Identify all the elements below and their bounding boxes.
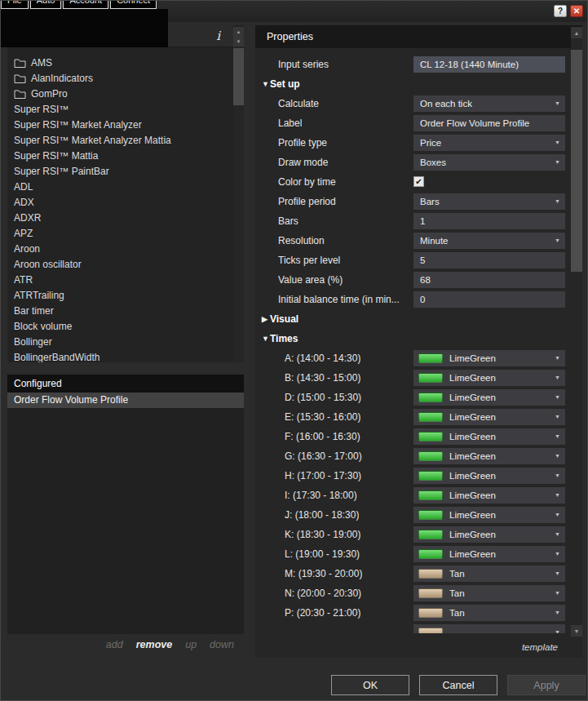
indicator-list-item[interactable]: BollingerBandWidth: [7, 349, 233, 362]
chevron-down-icon: ▼: [555, 566, 560, 582]
indicator-list-scrollbar[interactable]: ▲ ▼: [233, 27, 244, 362]
color-dropdown-a-14-00-14-30[interactable]: LimeGreen▼: [413, 350, 565, 366]
configured-item[interactable]: Order Flow Volume Profile: [7, 393, 244, 408]
color-name: Tan: [449, 585, 465, 601]
help-button[interactable]: ?: [554, 5, 567, 17]
scroll-up-button[interactable]: ▲: [571, 27, 582, 38]
indicator-list-item[interactable]: ADX: [7, 194, 233, 210]
property-row-value-area: Value area (%)68: [255, 270, 569, 290]
chevron-down-icon: ▼: [555, 193, 560, 210]
property-row-d-15-00-15-30: D: (15:00 - 15:30)LimeGreen▼: [255, 388, 569, 407]
dropdown-resolution[interactable]: Minute▼: [413, 233, 565, 249]
group-row-visual[interactable]: ▶Visual: [255, 309, 569, 329]
dropdown-draw-mode[interactable]: Boxes▼: [413, 154, 565, 171]
field-input-series[interactable]: CL 12-18 (1440 Minute): [413, 56, 565, 73]
color-swatch: [418, 451, 443, 461]
info-icon[interactable]: i: [216, 29, 220, 43]
dropdown-value: Boxes: [420, 154, 446, 171]
color-dropdown-f-16-00-16-30[interactable]: LimeGreen▼: [413, 428, 565, 445]
color-dropdown-h-17-00-17-30[interactable]: LimeGreen▼: [413, 468, 565, 484]
indicator-list-item[interactable]: AMS: [7, 55, 233, 70]
chevron-down-icon: ▼: [555, 370, 560, 386]
indicator-list-item[interactable]: GomPro: [7, 86, 233, 101]
scroll-down-button[interactable]: ▼: [233, 37, 244, 47]
checkbox-color-by-time[interactable]: ✔: [413, 176, 424, 187]
properties-title: Properties: [255, 25, 582, 48]
indicator-label: AMS: [31, 57, 52, 69]
indicator-list-panel: i AMSAlanIndicatorsGomProSuper RSI™Super…: [7, 25, 244, 362]
property-label: Calculate: [255, 98, 319, 109]
indicator-list-item[interactable]: ADXR: [7, 210, 233, 225]
menu-tab-file[interactable]: File: [1, 1, 29, 9]
indicator-label: Super RSI™ PaintBar: [14, 166, 109, 177]
indicator-list-item[interactable]: AlanIndicators: [7, 70, 233, 86]
remove-button[interactable]: remove: [136, 639, 172, 650]
menu-tab-connect[interactable]: Connect: [110, 1, 157, 9]
close-button[interactable]: ✕: [570, 5, 583, 17]
add-button: add: [106, 639, 123, 650]
dropdown-profile-period[interactable]: Bars▼: [413, 193, 565, 210]
input-bars[interactable]: 1: [413, 213, 565, 229]
indicator-list-item[interactable]: Super RSI™ Market Analyzer: [7, 117, 233, 132]
color-dropdown-k-18-30-19-00[interactable]: LimeGreen▼: [413, 526, 565, 543]
indicator-label: Super RSI™: [14, 104, 69, 115]
group-row-times[interactable]: ▼Times: [255, 329, 569, 348]
indicator-label: ADL: [14, 181, 33, 193]
property-row-f-16-00-16-30: F: (16:00 - 16:30)LimeGreen▼: [255, 427, 569, 446]
color-dropdown-g-16-30-17-00[interactable]: LimeGreen▼: [413, 448, 565, 464]
ok-button[interactable]: OK: [331, 675, 409, 695]
property-label: Profile period: [255, 196, 336, 207]
color-dropdown-l-19-00-19-30[interactable]: LimeGreen▼: [413, 546, 565, 562]
color-dropdown-d-15-00-15-30[interactable]: LimeGreen▼: [413, 389, 565, 406]
group-row-set-up[interactable]: ▼Set up: [255, 74, 569, 94]
color-name: Tan: [449, 605, 465, 621]
color-dropdown-m-19-30-20-00[interactable]: Tan▼: [413, 566, 565, 582]
color-dropdown-b-14-30-15-00[interactable]: LimeGreen▼: [413, 370, 565, 386]
dropdown-profile-type[interactable]: Price▼: [413, 135, 565, 151]
color-name: LimeGreen: [449, 487, 496, 504]
color-swatch: [418, 569, 443, 579]
indicator-list-item[interactable]: Super RSI™ Market Analyzer Mattia: [7, 132, 233, 148]
chevron-down-icon: ▼: [555, 95, 560, 112]
color-dropdown-i-17-30-18-00[interactable]: LimeGreen▼: [413, 487, 565, 504]
indicator-list-item[interactable]: Bar timer: [7, 303, 233, 318]
indicator-list-item[interactable]: Super RSI™ PaintBar: [7, 163, 233, 179]
dropdown-calculate[interactable]: On each tick▼: [413, 95, 565, 112]
indicator-list-item[interactable]: ADL: [7, 179, 233, 194]
indicator-list-item[interactable]: Super RSI™: [7, 101, 233, 117]
scroll-up-button[interactable]: ▲: [233, 27, 244, 37]
indicator-list-item[interactable]: Super RSI™ Mattia: [7, 148, 233, 163]
input-value-area[interactable]: 68: [413, 272, 565, 288]
color-dropdown-row[interactable]: ▼: [413, 624, 565, 633]
indicator-list-item[interactable]: Block volume: [7, 318, 233, 334]
color-dropdown-n-20-00-20-30[interactable]: Tan▼: [413, 585, 565, 601]
indicator-list-item[interactable]: Aroon oscillator: [7, 256, 233, 272]
indicator-list-item[interactable]: APZ: [7, 225, 233, 241]
menu-tab-auto[interactable]: Auto: [30, 1, 62, 9]
scrollbar-thumb[interactable]: [571, 50, 582, 272]
input-ticks-per-level[interactable]: 5: [413, 252, 565, 268]
menu-tab-account[interactable]: Account: [63, 1, 108, 9]
input-initial-balance-time-in-min[interactable]: 0: [413, 291, 565, 308]
properties-scrollbar[interactable]: ▲ ▼: [571, 27, 582, 637]
input-label[interactable]: Order Flow Volume Profile: [413, 115, 565, 131]
scroll-down-button[interactable]: ▼: [571, 625, 582, 637]
template-link[interactable]: template: [522, 642, 558, 652]
property-label: E: (15:30 - 16:00): [255, 411, 360, 423]
cancel-button[interactable]: Cancel: [419, 675, 497, 695]
group-label: Set up: [267, 78, 300, 90]
color-dropdown-p-20-30-21-00[interactable]: Tan▼: [413, 605, 565, 621]
color-dropdown-e-15-30-16-00[interactable]: LimeGreen▼: [413, 409, 565, 425]
indicator-list-item[interactable]: ATR: [7, 272, 233, 287]
scrollbar-thumb[interactable]: [233, 48, 244, 105]
property-row-l-19-00-19-30: L: (19:00 - 19:30)LimeGreen▼: [255, 544, 569, 564]
indicator-list-item[interactable]: Aroon: [7, 241, 233, 256]
indicator-list-item[interactable]: ATRTrailing: [7, 287, 233, 303]
property-row-b-14-30-15-00: B: (14:30 - 15:00)LimeGreen▼: [255, 368, 569, 388]
indicator-list-item[interactable]: Bollinger: [7, 334, 233, 349]
indicator-label: Block volume: [14, 321, 72, 332]
chevron-down-icon: ▼: [555, 135, 560, 151]
color-dropdown-j-18-00-18-30[interactable]: LimeGreen▼: [413, 507, 565, 523]
color-swatch: [418, 432, 443, 441]
dropdown-value: Bars: [420, 193, 440, 210]
